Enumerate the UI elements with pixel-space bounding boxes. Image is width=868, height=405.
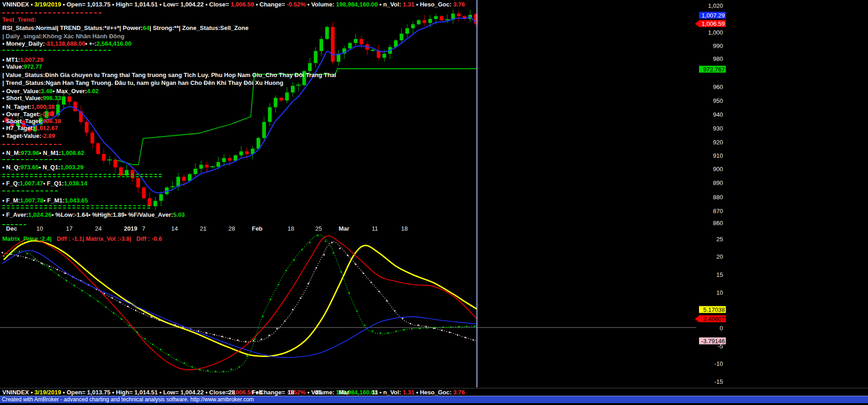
bear-candle xyxy=(67,96,71,102)
date-label: 21 xyxy=(200,225,206,232)
matrix-vol-white-marker xyxy=(2,252,3,253)
chart-title-bar: VNINDEX • 3/19/2019 • Open= 1,013.75 • H… xyxy=(2,1,465,8)
matrix-price-red xyxy=(2,236,477,369)
matrix-vol-white-marker xyxy=(308,283,309,284)
axis-value-badge: 1,007.29 xyxy=(699,12,726,19)
matrix-vol-white-marker xyxy=(206,332,207,334)
matrix-fast-green-marker xyxy=(294,259,295,261)
strip-title-segment: • Open= 1,013.75 • High= 1,014.51 • Low=… xyxy=(61,389,230,396)
matrix-vol-white-marker xyxy=(151,316,152,318)
overlay-line: • Over_Value:3.48• Max_Over:4.02 xyxy=(2,88,99,95)
strip-title-segment: • xyxy=(29,389,35,396)
strip-date-label: 11 xyxy=(372,389,378,396)
strip-title-segment: 3/19/2019 xyxy=(35,389,61,396)
bear-candle xyxy=(90,133,94,143)
bull-candle xyxy=(434,16,438,19)
overlay-line: • Over_Taget:-0.62 xyxy=(2,111,54,118)
overlay-text: Zone_Status:Sell_Zone xyxy=(182,24,248,31)
date-label: 14 xyxy=(171,225,178,232)
price-chart-canvas[interactable] xyxy=(0,0,868,405)
matrix-vol-white-marker xyxy=(339,248,341,249)
title-segment: VNINDEX xyxy=(2,1,29,8)
axis-tick-label: 930 xyxy=(699,125,723,132)
matrix-vol-white-marker xyxy=(269,335,270,336)
matrix-vol-white-marker xyxy=(465,337,466,338)
overlay-line: • N_Taget:1,000.38 xyxy=(2,104,54,110)
bull-candle xyxy=(193,169,197,174)
matrix-fast-green-marker xyxy=(3,256,5,257)
axis-tick-label: 990 xyxy=(699,42,723,49)
date-label: Dec xyxy=(6,225,17,232)
bear-candle xyxy=(102,154,106,161)
matrix-vol-white-marker xyxy=(394,310,396,311)
overlay-text: 4.02 xyxy=(87,88,98,95)
matrix-vol-white-marker xyxy=(57,269,58,270)
matrix-fast-green-marker xyxy=(113,312,115,314)
overlay-text: • H7_Taget: xyxy=(2,125,35,131)
badge-arrow-icon xyxy=(695,20,699,27)
matrix-vol-white-marker xyxy=(175,324,176,326)
overlay-line: • Short_Taget:996.18 xyxy=(2,118,61,125)
overlay-text: • %F/Value_Aver: xyxy=(125,211,173,218)
matrix-vol-white-marker xyxy=(316,267,317,268)
matrix-fast-green-marker xyxy=(427,328,428,329)
matrix-vol-white-marker xyxy=(167,322,168,323)
axis-value-badge: 2.40607 xyxy=(699,316,726,322)
overlay-line: | Trend_Status:Ngan Han Tang Truong. Đâu… xyxy=(2,80,283,86)
bull-candle xyxy=(239,151,243,155)
date-label: 7 xyxy=(142,225,145,232)
axis-value-badge: -3.79146 xyxy=(699,338,726,345)
bear-candle xyxy=(96,143,100,154)
bear-candle xyxy=(182,177,186,181)
matrix-vol-white-marker xyxy=(426,326,427,328)
bear-candle xyxy=(114,160,117,167)
matrix-vol-white-marker xyxy=(324,254,325,256)
overlay-text: • Max_Over: xyxy=(53,88,87,95)
matrix-vol-white-marker xyxy=(402,317,404,319)
status-bar: Created with AmBroker - advanced chartin… xyxy=(0,396,868,403)
matrix-fast-green-marker xyxy=(223,371,224,372)
bull-candle xyxy=(222,158,226,162)
matrix-fast-green-marker xyxy=(247,355,248,357)
axis-tick-label: 900 xyxy=(699,166,723,173)
axis-value-badge: 5.17038 xyxy=(699,306,726,313)
overlay-text: • N_M1: xyxy=(39,149,61,156)
strip-date-label: Mar xyxy=(338,389,349,396)
amibroker-window: VNINDEX • 3/19/2019 • Open= 1,013.75 • H… xyxy=(0,0,868,405)
badge-arrow-icon xyxy=(695,316,699,322)
strip-title-segment: • n_Vol: xyxy=(378,389,403,396)
matrix-fast-green-marker xyxy=(388,332,389,334)
matrix-fast-green-marker xyxy=(42,263,44,265)
matrix-vol-white-marker xyxy=(292,309,294,310)
matrix-fast-green-marker xyxy=(364,325,366,326)
matrix-vol-white-marker xyxy=(253,339,254,341)
overlay-text: 3.48 xyxy=(41,88,52,95)
matrix-fast-green-marker xyxy=(372,330,374,332)
bull-candle xyxy=(314,51,318,63)
overlay-text: • F_Q: xyxy=(2,180,20,187)
axis-tick-label: 880 xyxy=(699,194,723,201)
date-label: 25 xyxy=(315,225,322,232)
matrix-fast-green-marker xyxy=(458,326,460,328)
matrix-fast-green-marker xyxy=(254,338,256,339)
matrix-fast-green-marker xyxy=(270,299,271,300)
overlay-text: | Value_Status:Đinh Gia chuyen tu Trang … xyxy=(2,71,336,78)
matrix-vol-white-marker xyxy=(120,302,121,303)
bull-candle xyxy=(382,54,386,58)
overlay-line: • Value:972.77 xyxy=(2,64,42,70)
overlay-text: | Strong:**| xyxy=(150,24,182,31)
overlay-line: | Value_Status:Đinh Gia chuyen tu Trang … xyxy=(2,72,336,78)
matrix-vol-white-marker xyxy=(143,313,145,315)
strip-title-segment: • Heso_Goc: xyxy=(415,389,453,396)
bull-candle xyxy=(308,63,312,71)
overlay-text: -1.64 xyxy=(75,211,89,218)
bear-candle xyxy=(205,165,209,167)
strip-date-label: 25 xyxy=(315,389,322,396)
title-segment: 1.31 xyxy=(403,1,414,8)
bear-candle xyxy=(228,158,232,161)
matrix-vol-white-marker xyxy=(127,306,129,307)
overlay-text: -0.62 xyxy=(41,111,54,118)
title-segment: • Open= 1,013.75 • High= 1,014.51 • Low=… xyxy=(61,1,230,8)
bull-candle xyxy=(62,96,66,104)
matrix-vol-white-marker xyxy=(33,260,35,261)
